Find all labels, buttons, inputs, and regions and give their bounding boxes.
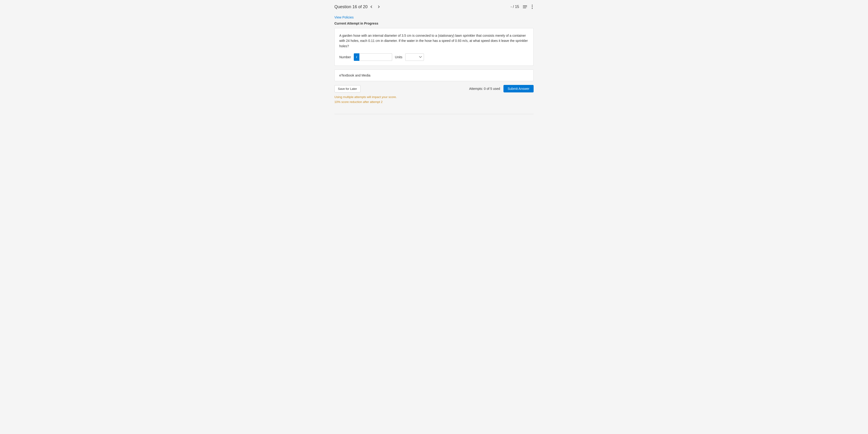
number-label: Number (339, 55, 351, 59)
answer-row: Number i Units m/s cm/s km/h (339, 53, 529, 61)
warning-line2: 10% score reduction after attempt 2 (334, 100, 534, 105)
dots-icon (532, 5, 533, 9)
prev-question-button[interactable] (369, 5, 374, 9)
list-icon (523, 5, 527, 8)
more-options-button[interactable] (531, 4, 534, 10)
question-header: Question 16 of 20 - / 15 (334, 4, 534, 12)
score-display: - / 15 (511, 5, 519, 9)
question-list-button[interactable] (522, 4, 528, 9)
units-select[interactable]: m/s cm/s km/h (405, 53, 424, 61)
units-label: Units (395, 55, 402, 59)
attempt-label: Current Attempt in Progress (334, 22, 534, 25)
question-box: A garden hose with an internal diameter … (334, 28, 534, 66)
header-right: - / 15 (511, 4, 534, 10)
attempts-text: Attempts: 0 of 5 used (469, 87, 500, 91)
warning-line1: Using multiple attempts will impact your… (334, 95, 534, 100)
chevron-right-icon (377, 5, 379, 8)
bottom-row: Save for Later Attempts: 0 of 5 used Sub… (334, 85, 534, 92)
info-input-wrapper: i (354, 53, 392, 61)
header-left: Question 16 of 20 (334, 4, 381, 9)
policy-warning: Using multiple attempts will impact your… (334, 95, 534, 105)
page-divider (334, 114, 534, 114)
etextbook-label: eTextbook and Media (339, 74, 370, 77)
chevron-left-icon (370, 5, 373, 8)
etextbook-section: eTextbook and Media (334, 69, 534, 81)
view-policies-link[interactable]: View Policies (334, 16, 353, 19)
question-text: A garden hose with an internal diameter … (339, 33, 529, 49)
attempts-submit: Attempts: 0 of 5 used Submit Answer (469, 85, 534, 92)
question-title: Question 16 of 20 (334, 4, 368, 9)
number-input[interactable] (360, 53, 392, 61)
submit-answer-button[interactable]: Submit Answer (503, 85, 534, 92)
page-container: Question 16 of 20 - / 15 (329, 0, 539, 434)
save-for-later-button[interactable]: Save for Later (334, 85, 361, 92)
info-badge: i (354, 53, 360, 61)
next-question-button[interactable] (376, 5, 381, 9)
